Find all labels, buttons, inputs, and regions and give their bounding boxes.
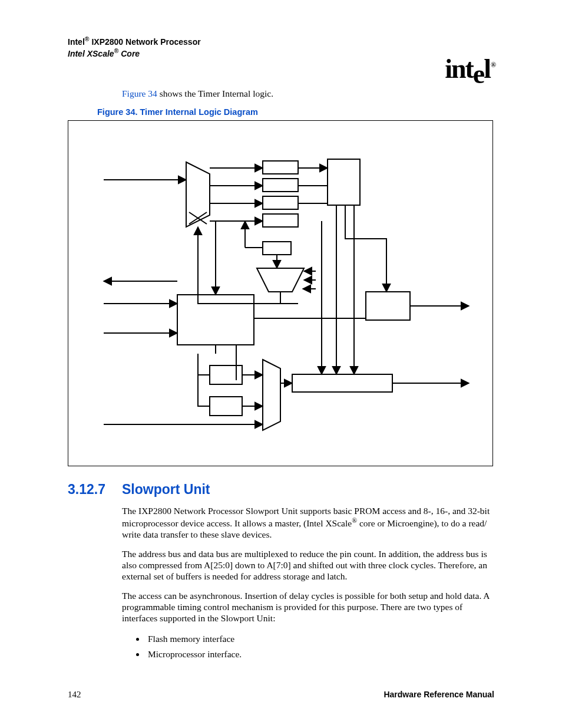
header-product: IXP2800 Network Processor bbox=[90, 37, 201, 47]
body-paragraph-3: The access can be asynchronous. Insertio… bbox=[122, 591, 493, 624]
page-header: Intel® IXP2800 Network Processor Intel X… bbox=[68, 35, 494, 59]
registered-mark-icon: ® bbox=[491, 61, 495, 69]
svg-rect-3 bbox=[263, 179, 298, 192]
header-brand: Intel bbox=[68, 37, 85, 47]
svg-rect-14 bbox=[263, 242, 291, 255]
body-paragraph-2: The address bus and data bus are multipl… bbox=[122, 549, 493, 582]
timer-logic-diagram bbox=[68, 120, 493, 466]
section-title: Slowport Unit bbox=[122, 482, 210, 498]
header-core-prefix: Intel XScale bbox=[68, 49, 114, 58]
intel-logo: intel® bbox=[445, 53, 494, 84]
svg-rect-36 bbox=[210, 397, 242, 416]
header-line-1: Intel® IXP2800 Network Processor bbox=[68, 35, 494, 47]
registered-mark-icon: ® bbox=[352, 517, 357, 525]
svg-rect-33 bbox=[292, 374, 392, 392]
svg-rect-2 bbox=[263, 161, 298, 174]
svg-rect-25 bbox=[366, 292, 410, 320]
body-paragraph-1: The IXP2800 Network Processor Slowport U… bbox=[122, 506, 493, 541]
svg-rect-19 bbox=[177, 295, 254, 345]
footer-title: Hardware Reference Manual bbox=[384, 690, 494, 699]
intro-rest: shows the Timer Internal logic. bbox=[157, 88, 273, 98]
svg-rect-10 bbox=[328, 159, 360, 205]
page-footer: 142 Hardware Reference Manual bbox=[68, 690, 494, 700]
svg-rect-4 bbox=[263, 196, 298, 209]
header-line-2: Intel XScale® Core bbox=[68, 47, 494, 59]
registered-mark-icon: ® bbox=[85, 35, 90, 42]
svg-rect-35 bbox=[210, 365, 242, 384]
section-number: 3.12.7 bbox=[68, 482, 122, 498]
figure-caption: Figure 34. Timer Internal Logic Diagram bbox=[97, 107, 494, 117]
list-item: Flash memory interface bbox=[146, 631, 493, 647]
intro-sentence: Figure 34 shows the Timer Internal logic… bbox=[122, 88, 494, 99]
list-item: Microprocessor interface. bbox=[146, 647, 493, 662]
page-number: 142 bbox=[68, 690, 81, 700]
interface-bullet-list: Flash memory interface Microprocessor in… bbox=[122, 631, 493, 663]
header-core-suffix: Core bbox=[118, 49, 140, 58]
svg-rect-5 bbox=[263, 214, 298, 227]
figure-crossref-link[interactable]: Figure 34 bbox=[122, 88, 157, 98]
section-heading: 3.12.7 Slowport Unit bbox=[68, 482, 494, 498]
